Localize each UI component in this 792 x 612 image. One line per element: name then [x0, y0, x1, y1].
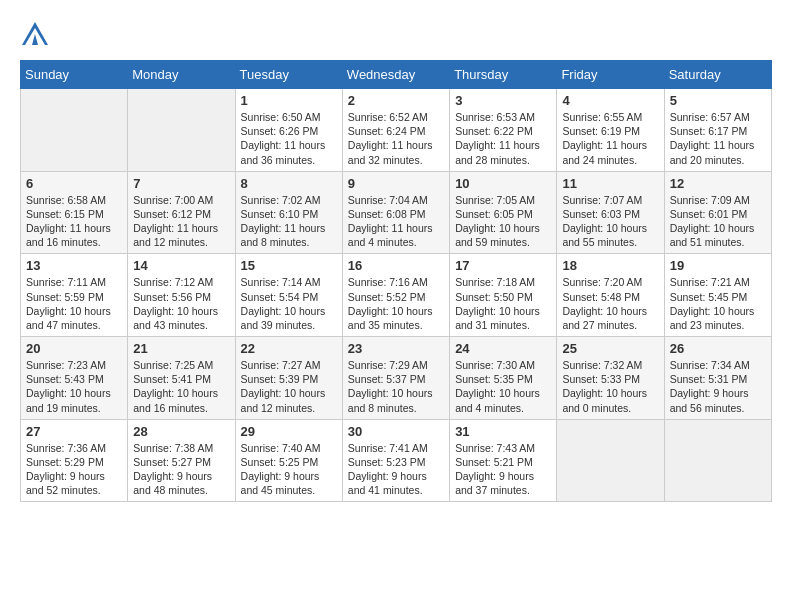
day-number: 29 — [241, 424, 337, 439]
calendar-cell: 16Sunrise: 7:16 AMSunset: 5:52 PMDayligh… — [342, 254, 449, 337]
calendar-cell — [664, 419, 771, 502]
day-number: 26 — [670, 341, 766, 356]
day-number: 31 — [455, 424, 551, 439]
day-info: Sunrise: 6:52 AMSunset: 6:24 PMDaylight:… — [348, 110, 444, 167]
day-info: Sunrise: 7:27 AMSunset: 5:39 PMDaylight:… — [241, 358, 337, 415]
calendar-cell: 23Sunrise: 7:29 AMSunset: 5:37 PMDayligh… — [342, 337, 449, 420]
weekday-header-friday: Friday — [557, 61, 664, 89]
calendar-week-row: 13Sunrise: 7:11 AMSunset: 5:59 PMDayligh… — [21, 254, 772, 337]
day-number: 25 — [562, 341, 658, 356]
day-info: Sunrise: 7:02 AMSunset: 6:10 PMDaylight:… — [241, 193, 337, 250]
weekday-header-row: SundayMondayTuesdayWednesdayThursdayFrid… — [21, 61, 772, 89]
calendar-cell: 26Sunrise: 7:34 AMSunset: 5:31 PMDayligh… — [664, 337, 771, 420]
page-header — [20, 20, 772, 50]
day-info: Sunrise: 7:29 AMSunset: 5:37 PMDaylight:… — [348, 358, 444, 415]
calendar-cell: 29Sunrise: 7:40 AMSunset: 5:25 PMDayligh… — [235, 419, 342, 502]
calendar-cell: 1Sunrise: 6:50 AMSunset: 6:26 PMDaylight… — [235, 89, 342, 172]
day-info: Sunrise: 7:25 AMSunset: 5:41 PMDaylight:… — [133, 358, 229, 415]
calendar-cell: 17Sunrise: 7:18 AMSunset: 5:50 PMDayligh… — [450, 254, 557, 337]
day-info: Sunrise: 7:11 AMSunset: 5:59 PMDaylight:… — [26, 275, 122, 332]
day-number: 17 — [455, 258, 551, 273]
calendar-cell: 27Sunrise: 7:36 AMSunset: 5:29 PMDayligh… — [21, 419, 128, 502]
day-info: Sunrise: 7:07 AMSunset: 6:03 PMDaylight:… — [562, 193, 658, 250]
day-info: Sunrise: 6:50 AMSunset: 6:26 PMDaylight:… — [241, 110, 337, 167]
day-number: 27 — [26, 424, 122, 439]
day-info: Sunrise: 7:23 AMSunset: 5:43 PMDaylight:… — [26, 358, 122, 415]
calendar-cell: 2Sunrise: 6:52 AMSunset: 6:24 PMDaylight… — [342, 89, 449, 172]
calendar-cell: 24Sunrise: 7:30 AMSunset: 5:35 PMDayligh… — [450, 337, 557, 420]
day-number: 1 — [241, 93, 337, 108]
day-info: Sunrise: 7:16 AMSunset: 5:52 PMDaylight:… — [348, 275, 444, 332]
day-number: 28 — [133, 424, 229, 439]
calendar-cell: 6Sunrise: 6:58 AMSunset: 6:15 PMDaylight… — [21, 171, 128, 254]
day-info: Sunrise: 7:21 AMSunset: 5:45 PMDaylight:… — [670, 275, 766, 332]
weekday-header-tuesday: Tuesday — [235, 61, 342, 89]
calendar-cell: 8Sunrise: 7:02 AMSunset: 6:10 PMDaylight… — [235, 171, 342, 254]
calendar-cell: 14Sunrise: 7:12 AMSunset: 5:56 PMDayligh… — [128, 254, 235, 337]
calendar-week-row: 1Sunrise: 6:50 AMSunset: 6:26 PMDaylight… — [21, 89, 772, 172]
weekday-header-monday: Monday — [128, 61, 235, 89]
day-info: Sunrise: 7:12 AMSunset: 5:56 PMDaylight:… — [133, 275, 229, 332]
day-info: Sunrise: 7:18 AMSunset: 5:50 PMDaylight:… — [455, 275, 551, 332]
day-number: 10 — [455, 176, 551, 191]
day-info: Sunrise: 7:38 AMSunset: 5:27 PMDaylight:… — [133, 441, 229, 498]
day-number: 8 — [241, 176, 337, 191]
calendar-cell — [128, 89, 235, 172]
day-number: 9 — [348, 176, 444, 191]
calendar-cell: 28Sunrise: 7:38 AMSunset: 5:27 PMDayligh… — [128, 419, 235, 502]
day-info: Sunrise: 7:09 AMSunset: 6:01 PMDaylight:… — [670, 193, 766, 250]
calendar-cell: 15Sunrise: 7:14 AMSunset: 5:54 PMDayligh… — [235, 254, 342, 337]
calendar-week-row: 6Sunrise: 6:58 AMSunset: 6:15 PMDaylight… — [21, 171, 772, 254]
calendar-cell — [557, 419, 664, 502]
day-info: Sunrise: 7:00 AMSunset: 6:12 PMDaylight:… — [133, 193, 229, 250]
calendar-cell: 9Sunrise: 7:04 AMSunset: 6:08 PMDaylight… — [342, 171, 449, 254]
calendar-week-row: 20Sunrise: 7:23 AMSunset: 5:43 PMDayligh… — [21, 337, 772, 420]
calendar-cell: 31Sunrise: 7:43 AMSunset: 5:21 PMDayligh… — [450, 419, 557, 502]
day-number: 21 — [133, 341, 229, 356]
calendar-cell: 13Sunrise: 7:11 AMSunset: 5:59 PMDayligh… — [21, 254, 128, 337]
day-info: Sunrise: 7:30 AMSunset: 5:35 PMDaylight:… — [455, 358, 551, 415]
calendar-cell: 12Sunrise: 7:09 AMSunset: 6:01 PMDayligh… — [664, 171, 771, 254]
day-info: Sunrise: 7:41 AMSunset: 5:23 PMDaylight:… — [348, 441, 444, 498]
day-number: 20 — [26, 341, 122, 356]
calendar-cell: 10Sunrise: 7:05 AMSunset: 6:05 PMDayligh… — [450, 171, 557, 254]
day-info: Sunrise: 7:43 AMSunset: 5:21 PMDaylight:… — [455, 441, 551, 498]
day-info: Sunrise: 6:53 AMSunset: 6:22 PMDaylight:… — [455, 110, 551, 167]
calendar-cell: 21Sunrise: 7:25 AMSunset: 5:41 PMDayligh… — [128, 337, 235, 420]
calendar-cell — [21, 89, 128, 172]
day-number: 7 — [133, 176, 229, 191]
calendar-cell: 18Sunrise: 7:20 AMSunset: 5:48 PMDayligh… — [557, 254, 664, 337]
calendar-cell: 5Sunrise: 6:57 AMSunset: 6:17 PMDaylight… — [664, 89, 771, 172]
day-number: 19 — [670, 258, 766, 273]
calendar-cell: 3Sunrise: 6:53 AMSunset: 6:22 PMDaylight… — [450, 89, 557, 172]
day-info: Sunrise: 7:04 AMSunset: 6:08 PMDaylight:… — [348, 193, 444, 250]
day-info: Sunrise: 7:34 AMSunset: 5:31 PMDaylight:… — [670, 358, 766, 415]
day-info: Sunrise: 6:57 AMSunset: 6:17 PMDaylight:… — [670, 110, 766, 167]
day-number: 14 — [133, 258, 229, 273]
day-info: Sunrise: 7:32 AMSunset: 5:33 PMDaylight:… — [562, 358, 658, 415]
weekday-header-thursday: Thursday — [450, 61, 557, 89]
day-number: 23 — [348, 341, 444, 356]
calendar-cell: 11Sunrise: 7:07 AMSunset: 6:03 PMDayligh… — [557, 171, 664, 254]
calendar-cell: 7Sunrise: 7:00 AMSunset: 6:12 PMDaylight… — [128, 171, 235, 254]
calendar-cell: 20Sunrise: 7:23 AMSunset: 5:43 PMDayligh… — [21, 337, 128, 420]
weekday-header-sunday: Sunday — [21, 61, 128, 89]
day-info: Sunrise: 7:20 AMSunset: 5:48 PMDaylight:… — [562, 275, 658, 332]
day-info: Sunrise: 6:58 AMSunset: 6:15 PMDaylight:… — [26, 193, 122, 250]
day-number: 3 — [455, 93, 551, 108]
day-number: 4 — [562, 93, 658, 108]
day-number: 30 — [348, 424, 444, 439]
day-number: 2 — [348, 93, 444, 108]
day-number: 11 — [562, 176, 658, 191]
day-number: 16 — [348, 258, 444, 273]
day-number: 24 — [455, 341, 551, 356]
day-number: 5 — [670, 93, 766, 108]
calendar-table: SundayMondayTuesdayWednesdayThursdayFrid… — [20, 60, 772, 502]
calendar-cell: 22Sunrise: 7:27 AMSunset: 5:39 PMDayligh… — [235, 337, 342, 420]
day-number: 15 — [241, 258, 337, 273]
calendar-cell: 30Sunrise: 7:41 AMSunset: 5:23 PMDayligh… — [342, 419, 449, 502]
day-number: 13 — [26, 258, 122, 273]
weekday-header-saturday: Saturday — [664, 61, 771, 89]
day-info: Sunrise: 7:36 AMSunset: 5:29 PMDaylight:… — [26, 441, 122, 498]
calendar-cell: 25Sunrise: 7:32 AMSunset: 5:33 PMDayligh… — [557, 337, 664, 420]
